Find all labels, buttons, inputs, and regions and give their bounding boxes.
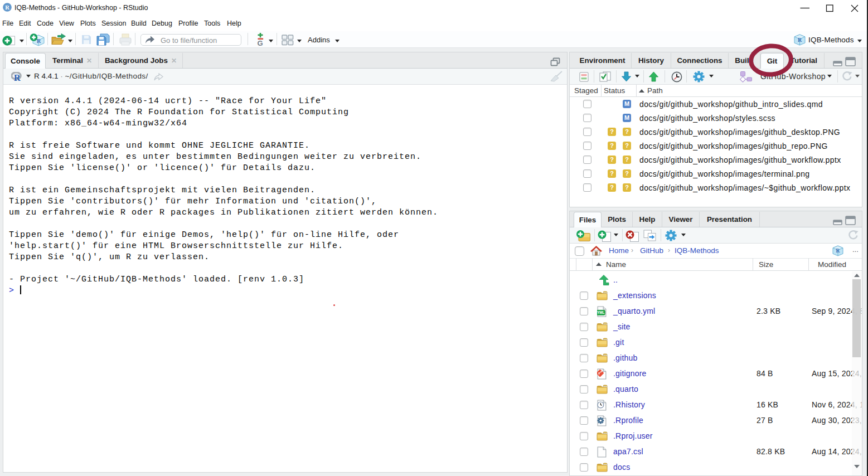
svg-text:G: G [258,39,263,47]
svg-text:R: R [14,73,21,81]
svg-text:R: R [5,4,9,11]
svg-text:R: R [37,38,41,44]
svg-text:R: R [836,248,840,254]
